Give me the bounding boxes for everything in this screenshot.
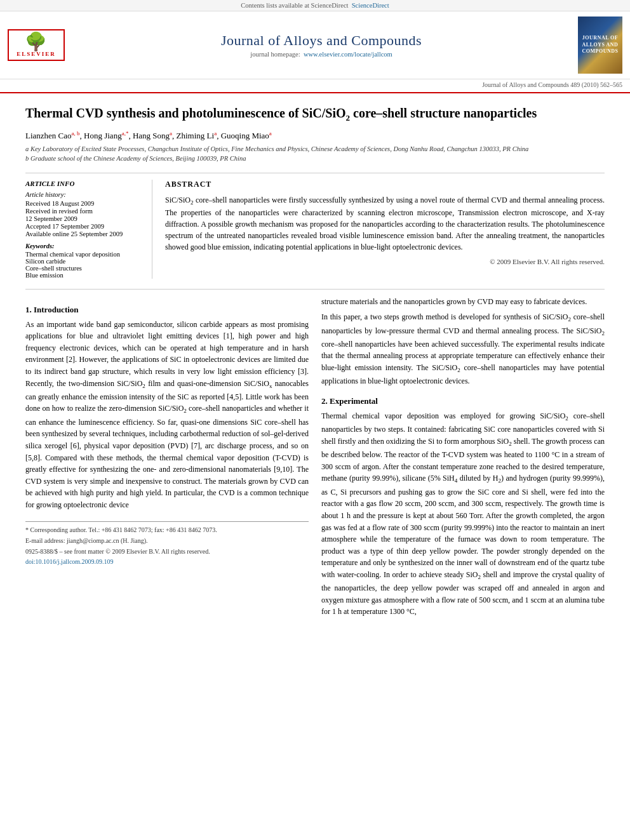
history-label: Article history:	[25, 191, 142, 198]
sub-2a: 2	[191, 199, 194, 206]
section2-heading: 2. Experimental	[321, 396, 605, 406]
article-info-panel: ARTICLE INFO Article history: Received 1…	[25, 180, 152, 279]
elsevier-logo: 🌳 ELSEVIER	[8, 29, 65, 61]
article-title: Thermal CVD synthesis and photoluminesce…	[25, 105, 605, 124]
journal-banner: 🌳 ELSEVIER Journal of Alloys and Compoun…	[0, 11, 630, 79]
column-left: 1. Introduction As an important wide ban…	[25, 296, 309, 622]
journal-thumb: JOURNAL OF ALLOYS AND COMPOUNDS	[578, 17, 622, 74]
sub-x: x	[269, 383, 272, 389]
footnote-email: E-mail address: jiangh@ciomp.ac.cn (H. J…	[25, 537, 309, 545]
copyright-line: © 2009 Elsevier B.V. All rights reserved…	[165, 258, 605, 265]
sciencedirect-link[interactable]: ScienceDirect	[352, 2, 389, 9]
sub-2j: 2	[478, 574, 481, 580]
journal-header: Contents lists available at ScienceDirec…	[0, 0, 630, 93]
sub-2h: 2	[509, 441, 512, 447]
journal-main-title: Journal of Alloys and Compounds	[77, 32, 565, 49]
abstract-title: ABSTRACT	[165, 180, 605, 189]
article-history-group: Article history: Received 18 August 2009…	[25, 191, 142, 237]
accepted: Accepted 17 September 2009	[25, 223, 104, 230]
elsevier-name-text: ELSEVIER	[13, 51, 60, 57]
elsevier-tree-icon: 🌳	[13, 33, 60, 51]
sup-star: *	[126, 130, 129, 137]
sub-2f: 2	[457, 367, 460, 373]
keyword-3: Core–shell structures	[25, 265, 142, 272]
sup-a4: a	[269, 130, 272, 137]
journal-title-section: Journal of Alloys and Compounds journal …	[77, 32, 565, 58]
affiliations: a Key Laboratory of Excited State Proces…	[25, 145, 605, 163]
sub-2g: 2	[565, 415, 568, 422]
section1-para-continued: structure materials and the nanoparticle…	[321, 296, 605, 308]
sub-2i: 2	[499, 478, 502, 484]
affiliation-a: a Key Laboratory of Excited State Proces…	[25, 145, 605, 154]
journal-thumb-image: JOURNAL OF ALLOYS AND COMPOUNDS	[578, 17, 622, 74]
received2-date: 12 September 2009	[25, 215, 77, 222]
received1: Received 18 August 2009	[25, 200, 94, 207]
elsevier-logo-inner: 🌳 ELSEVIER	[8, 29, 65, 61]
sup-a3: a	[214, 130, 217, 137]
article-container: Thermal CVD synthesis and photoluminesce…	[0, 93, 630, 641]
divider-2	[25, 289, 605, 290]
section1-para2: In this paper, a two steps growth method…	[321, 311, 605, 387]
keyword-4: Blue emission	[25, 272, 142, 279]
journal-thumb-text: JOURNAL OF ALLOYS AND COMPOUNDS	[580, 35, 620, 55]
footnote-area: * Corresponding author. Tel.: +86 431 84…	[25, 521, 309, 565]
sub-2e: 2	[602, 330, 605, 337]
sub-2b: 2	[142, 383, 145, 389]
journal-top-bar: Contents lists available at ScienceDirec…	[0, 0, 630, 11]
subscript-2: 2	[346, 113, 351, 123]
keywords-title: Keywords:	[25, 243, 142, 250]
homepage-label: journal homepage:	[250, 51, 300, 58]
keyword-1: Thermal chemical vapor deposition	[25, 251, 142, 258]
sub-2d: 2	[568, 317, 571, 323]
divider-1	[25, 173, 605, 173]
article-title-text: Thermal CVD synthesis and photoluminesce…	[25, 106, 537, 120]
body-columns: 1. Introduction As an important wide ban…	[25, 296, 605, 622]
footnote-doi: doi:10.1016/j.jallcom.2009.09.109	[25, 558, 309, 565]
sub-4: 4	[455, 478, 458, 484]
keywords-section: Keywords: Thermal chemical vapor deposit…	[25, 243, 142, 279]
doi-link[interactable]: doi:10.1016/j.jallcom.2009.09.109	[25, 558, 114, 565]
authors-text: Lianzhen Caoa, b, Hong Jianga,*, Hang So…	[25, 131, 272, 140]
column-right: structure materials and the nanoparticle…	[321, 296, 605, 622]
available-online: Available online 25 September 2009	[25, 230, 123, 237]
section1-para1: As an important wide band gap semiconduc…	[25, 319, 309, 511]
affiliation-b: b Graduate school of the Chinese Academy…	[25, 154, 605, 164]
abstract-section: ABSTRACT SiC/SiO2 core–shell nanoparticl…	[165, 180, 605, 279]
info-abstract-section: ARTICLE INFO Article history: Received 1…	[25, 180, 605, 279]
footnote-issn: 0925-8388/$ – see front matter © 2009 El…	[25, 547, 309, 556]
homepage-link[interactable]: www.elsevier.com/locate/jallcom	[304, 51, 392, 58]
section1-heading: 1. Introduction	[25, 305, 309, 315]
footnote-corresponding: * Corresponding author. Tel.: +86 431 84…	[25, 526, 309, 535]
received2-label: Received in revised form	[25, 208, 93, 215]
article-info-title: ARTICLE INFO	[25, 180, 142, 187]
volume-info: Journal of Alloys and Compounds 489 (201…	[0, 79, 630, 88]
keyword-2: Silicon carbide	[25, 258, 142, 265]
sub-2c: 2	[184, 408, 187, 415]
abstract-text: SiC/SiO2 core–shell nanoparticles were f…	[165, 194, 605, 253]
sup-a2: a	[170, 130, 172, 137]
sup-ab: a, b	[72, 130, 80, 137]
journal-homepage: journal homepage: www.elsevier.com/locat…	[77, 51, 565, 58]
section2-para1: Thermal chemical vapor deposition was em…	[321, 410, 605, 618]
authors-line: Lianzhen Caoa, b, Hong Jianga,*, Hang So…	[25, 130, 605, 141]
contents-available-text: Contents lists available at ScienceDirec…	[241, 2, 348, 9]
